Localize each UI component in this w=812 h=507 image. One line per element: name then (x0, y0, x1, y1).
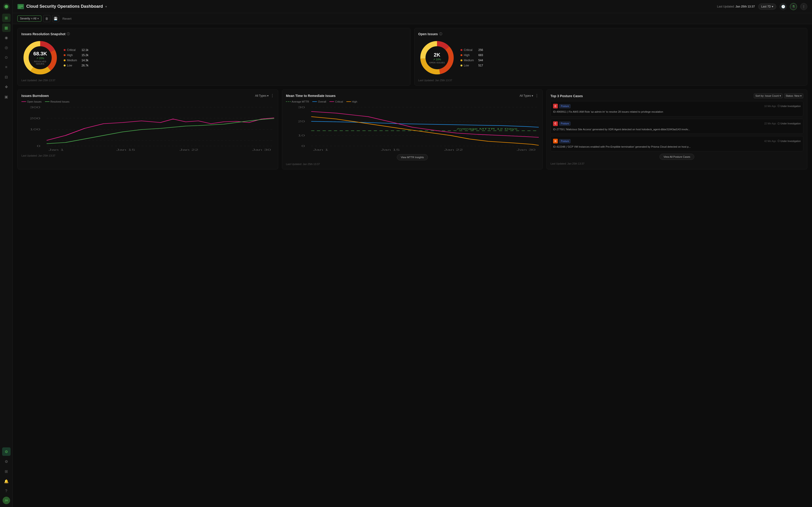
time-range-button[interactable]: Last 7D ▾ (758, 3, 776, 10)
posture-item-3-header: H Posture 42 Min Ago ⓘ Under Investigati… (553, 139, 801, 144)
title-chevron-icon[interactable]: ▾ (105, 5, 107, 8)
svg-text:Jan 1: Jan 1 (48, 149, 64, 151)
sidebar-item-eye[interactable]: ◎ (2, 43, 11, 52)
posture-status-1: ⓘ Under Investigation (777, 105, 801, 108)
clock-icon-button[interactable]: 🕐 (779, 3, 786, 10)
sidebar-item-grid[interactable]: ⊞ (2, 14, 11, 22)
mttr-title: Mean Time to Remediate Issues (286, 94, 336, 98)
burndown-legend: Open Issues Resolved Issues (21, 100, 274, 103)
open-low-value: 517 (478, 64, 483, 67)
burndown-header: Issues Burndown All Types ▾ ⋮ (21, 94, 274, 98)
save-filter-button[interactable]: 💾 (52, 15, 59, 22)
high-dot (64, 54, 65, 56)
mttr-header: Mean Time to Remediate Issues All Types … (286, 94, 539, 98)
high-value: 15.2k (82, 54, 88, 57)
open-line-sample (21, 101, 26, 102)
svg-text:100: 100 (30, 128, 40, 131)
svg-text:300: 300 (30, 106, 40, 109)
time-range-label: Last 7D (761, 5, 771, 8)
open-donut-chart: 2K ↗ 10% OPEN ISSUES (418, 39, 456, 76)
critical-mttr-line-sample (329, 101, 334, 102)
filter-chevron-icon: ▾ (37, 17, 39, 20)
mttr-avg-legend: Average MTTR (286, 100, 309, 103)
filter-icon-button[interactable]: ⚗ (790, 3, 797, 10)
posture-item-3: H Posture 42 Min Ago ⓘ Under Investigati… (551, 136, 803, 151)
posture-status-3: ⓘ Under Investigation (777, 139, 801, 143)
posture-tag-2: Posture (559, 122, 570, 125)
severity-badge-2: C (553, 121, 558, 126)
header-app-icon (17, 4, 24, 9)
resolved-donut-chart: 68.3K ↗ 20% RESOLVED ISSUES (21, 39, 59, 76)
sidebar-item-gear[interactable]: ⚙ (2, 457, 11, 466)
posture-item-2-left: C Posture (553, 121, 570, 126)
resolved-value: 68.3K (31, 51, 50, 57)
header-right: Last Updated: Jan 25th 13:37 Last 7D ▾ 🕐… (717, 3, 807, 10)
resolved-trend: ↗ 20% (31, 57, 50, 60)
view-all-posture-button[interactable]: View All Posture Cases (660, 154, 694, 160)
delete-filter-button[interactable]: 🗑 (43, 15, 50, 22)
sidebar-item-book[interactable]: ▣ (2, 93, 11, 101)
medium-value: 14.3k (82, 59, 88, 62)
resolved-info-icon[interactable]: ⓘ (67, 32, 70, 36)
more-options-button[interactable]: ⋮ (800, 3, 807, 10)
sidebar-item-shield[interactable]: ◉ (2, 33, 11, 42)
user-avatar[interactable]: JH (3, 497, 10, 504)
sidebar-item-chart[interactable]: ⊟ (2, 73, 11, 81)
sidebar-item-puzzle[interactable]: ❖ (2, 82, 11, 91)
app-logo[interactable] (3, 3, 10, 10)
severity-filter-button[interactable]: Severity = All ▾ (17, 15, 41, 21)
open-medium-dot (460, 59, 462, 61)
sidebar-item-bell[interactable]: 🔔 (2, 477, 11, 486)
open-legend-high: High 683 (460, 54, 483, 57)
low-value: 26.7k (82, 64, 88, 67)
mttr-menu-button[interactable]: ⋮ (535, 94, 539, 98)
view-mttr-button[interactable]: View MTTR Insights (397, 154, 428, 160)
sidebar-item-dashboard[interactable]: ▦ (2, 23, 11, 32)
sidebar-item-list[interactable]: ≡ (2, 63, 11, 71)
low-dot (64, 64, 65, 66)
burndown-title: Issues Burndown (21, 94, 49, 98)
open-legend: Critical 256 High 683 Medium 544 (460, 48, 483, 67)
last-updated-label: Last Updated: Jan 25th 13:37 (717, 5, 755, 8)
posture-tag-1: Posture (559, 104, 570, 108)
legend-low: Low 26.7k (64, 64, 88, 67)
mttr-high-legend: High (346, 100, 357, 103)
svg-point-2 (5, 6, 7, 7)
posture-sort-select[interactable]: Sort by: Issue Count ▾ (754, 94, 782, 98)
posture-item-2-right: 22 Min Ago ⓘ Under Investigation (764, 122, 801, 125)
mttr-type-select[interactable]: All Types ▾ (520, 94, 533, 97)
posture-time-1: 10 Min Ago (764, 105, 776, 108)
sidebar-item-settings[interactable]: ⊙ (2, 53, 11, 61)
open-low-dot (460, 64, 462, 66)
posture-item-3-left: H Posture (553, 139, 570, 144)
resolved-line-sample (45, 101, 50, 102)
content-area: Issues Resolution Snapshot ⓘ (13, 24, 812, 507)
burndown-menu-button[interactable]: ⋮ (270, 94, 274, 98)
posture-status-select[interactable]: Status: New ▾ (784, 94, 803, 98)
svg-text:Jan 15: Jan 15 (116, 149, 135, 151)
svg-text:30: 30 (298, 106, 305, 109)
revert-button[interactable]: Revert (61, 16, 73, 21)
time-range-chevron-icon: ▾ (772, 5, 773, 8)
open-info-icon[interactable]: ⓘ (439, 32, 442, 36)
burndown-open-legend: Open Issues (21, 100, 42, 103)
svg-text:Jan 22: Jan 22 (444, 149, 463, 151)
mttr-footer: Last Updated: Jan 25th 13:37 (286, 163, 539, 165)
critical-value: 12.1k (82, 48, 88, 52)
burndown-type-select[interactable]: All Types ▾ (255, 94, 268, 97)
open-legend-medium: Medium 544 (460, 59, 483, 62)
mttr-legend: Average MTTR Overall Critical High (286, 100, 539, 103)
top-cards-row: Issues Resolution Snapshot ⓘ (17, 28, 807, 86)
burndown-resolved-legend: Resolved Issues (45, 100, 69, 103)
sidebar-item-grid2[interactable]: ⊞ (2, 467, 11, 475)
sidebar: ⊞ ▦ ◉ ◎ ⊙ ≡ ⊟ ❖ ▣ ⚙ ⚙ ⊞ 🔔 ? JH (0, 0, 13, 507)
resolved-card-title: Issues Resolution Snapshot ⓘ (21, 32, 70, 36)
toolbar: Severity = All ▾ 🗑 💾 Revert (13, 13, 812, 24)
posture-text-3: ID-422348 | 'GCP VM Instances enabled wi… (553, 145, 801, 149)
sidebar-item-dash-settings[interactable]: ⚙ (2, 447, 11, 456)
open-high-value: 683 (478, 54, 483, 57)
sidebar-item-help[interactable]: ? (2, 487, 11, 495)
legend-critical: Critical 12.1k (64, 48, 88, 52)
svg-text:Jan 30: Jan 30 (252, 149, 271, 151)
svg-text:Jan 15: Jan 15 (380, 149, 400, 151)
